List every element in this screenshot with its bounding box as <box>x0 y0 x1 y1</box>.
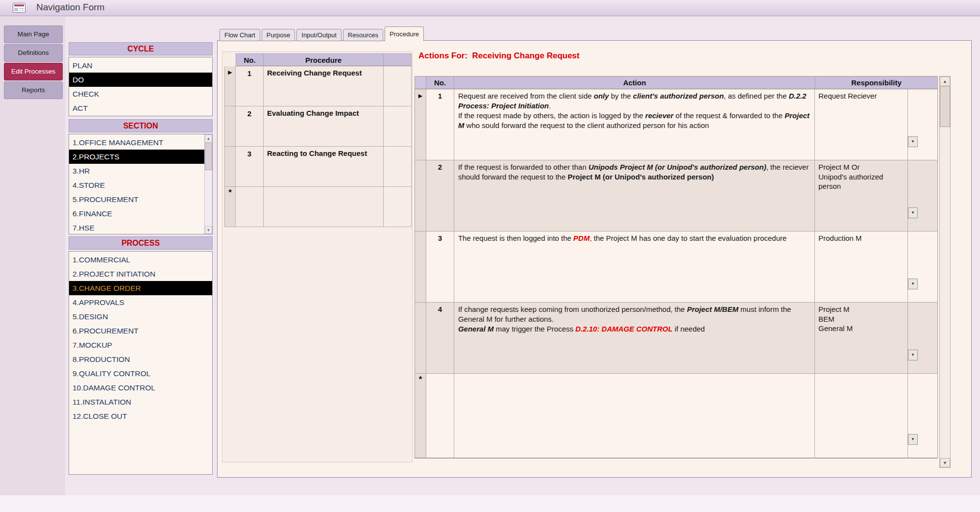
action-text-cell[interactable]: If the request is forwarded to other tha… <box>454 160 815 231</box>
action-row[interactable]: 2If the request is forwarded to other th… <box>415 160 937 231</box>
process-option-7-mockup[interactable]: 7.MOCKUP <box>69 338 212 352</box>
section-option-1-office-management[interactable]: 1.OFFICE MANAGEMENT <box>69 135 204 150</box>
left-nav: Main PageDefinitionsEdit ProcessesReport… <box>4 26 63 100</box>
new-record-selector[interactable]: * <box>224 187 236 227</box>
action-text-cell[interactable]: If change requests keep coming from unot… <box>454 303 815 374</box>
section-scrollbar[interactable]: ▲ ▼ <box>204 134 212 234</box>
cycle-option-check[interactable]: CHECK <box>69 87 212 101</box>
action-row[interactable]: *▼ <box>415 374 937 458</box>
action-text-segment: Project M (or Unipod's authorized person… <box>567 173 714 181</box>
tab-resources[interactable]: Resources <box>343 29 383 41</box>
procedure-tab-panel: No. Procedure ▶1Receiving Change Request… <box>217 40 972 478</box>
process-option-5-design[interactable]: 5.DESIGN <box>69 309 212 324</box>
record-selector[interactable] <box>415 231 426 303</box>
procedure-row[interactable]: * <box>224 187 412 227</box>
action-text-segment: . <box>549 102 551 110</box>
nav-button-definitions[interactable]: Definitions <box>4 44 63 62</box>
process-header: PROCESS <box>69 236 213 250</box>
responsibility-combo-column: ▼ <box>908 303 937 374</box>
cycle-header: CYCLE <box>69 42 213 55</box>
responsibility-dropdown-icon[interactable]: ▼ <box>908 350 918 360</box>
action-row[interactable]: 4If change requests keep coming from uno… <box>415 303 937 374</box>
responsibility-line: Unipod's authorized <box>818 173 883 181</box>
tab-purpose[interactable]: Purpose <box>262 29 295 41</box>
tab-bar: Flow ChartPurposeInput/OutputResourcesPr… <box>220 26 425 41</box>
cycle-option-plan[interactable]: PLAN <box>69 58 212 73</box>
section-header: SECTION <box>69 119 213 132</box>
process-option-2-project-initiation[interactable]: 2.PROJECT INITIATION <box>69 267 212 281</box>
record-selector[interactable] <box>415 303 426 374</box>
responsibility-dropdown-icon[interactable]: ▼ <box>908 136 918 147</box>
section-option-6-finance[interactable]: 6.FINANCE <box>69 206 204 221</box>
responsibility-cell[interactable]: Project MBEMGeneral M <box>815 303 908 374</box>
action-text-segment: Request are received from the client sid… <box>458 92 594 100</box>
action-text-segment: D.2.10: DAMAGE CONTROL <box>575 325 672 333</box>
section-option-2-projects[interactable]: 2.PROJECTS <box>69 150 204 164</box>
actions-rows: ▶1Request are received from the client s… <box>415 89 937 458</box>
responsibility-combo-column: ▼ <box>908 374 937 458</box>
responsibility-cell[interactable]: Production M <box>815 231 908 303</box>
process-option-9-quality-control[interactable]: 9.QUALITY CONTROL <box>69 366 212 381</box>
responsibility-cell[interactable]: Request Reciever <box>815 89 908 160</box>
procedure-row[interactable]: 3Reacting to Change Request <box>224 147 412 187</box>
record-selector[interactable] <box>415 160 426 231</box>
record-selector[interactable] <box>224 106 236 147</box>
actions-table: No. Action Responsibility ▶1Request are … <box>415 76 938 459</box>
record-selector[interactable]: ▶ <box>224 66 236 106</box>
scroll-up-icon[interactable]: ▲ <box>205 134 212 142</box>
procedure-row[interactable]: ▶1Receiving Change Request <box>224 66 412 106</box>
procedure-row[interactable]: 2Evaluating Change Impact <box>224 106 412 147</box>
nav-button-main-page[interactable]: Main Page <box>4 26 63 43</box>
section-scrollbar-thumb[interactable] <box>205 143 212 170</box>
tab-procedure[interactable]: Procedure <box>385 26 424 41</box>
actions-action-header: Action <box>454 77 815 89</box>
action-text-segment: may trigger the Process <box>493 325 575 333</box>
action-text-segment: client's authorized person <box>633 92 724 100</box>
action-row[interactable]: 3The request is then logged into the PDM… <box>415 231 937 303</box>
responsibility-cell[interactable] <box>815 374 908 458</box>
new-record-selector[interactable]: * <box>415 374 426 458</box>
scroll-up-icon[interactable]: ▲ <box>940 77 950 86</box>
section-option-3-hr[interactable]: 3.HR <box>69 164 204 178</box>
section-option-5-procurement[interactable]: 5.PROCUREMENT <box>69 192 204 206</box>
scroll-down-icon[interactable]: ▼ <box>205 226 212 234</box>
procedure-name-cell[interactable]: Receiving Change Request <box>264 66 384 106</box>
process-option-12-close-out[interactable]: 12.CLOSE OUT <box>69 409 212 423</box>
actions-scrollbar[interactable]: ▲ ▼ <box>939 76 951 468</box>
process-option-6-procurement[interactable]: 6.PROCUREMENT <box>69 324 212 338</box>
section-option-7-hse[interactable]: 7.HSE <box>69 221 204 235</box>
cycle-option-do[interactable]: DO <box>69 73 212 87</box>
responsibility-cell[interactable]: Project M OrUnipod's authorizedperson <box>815 160 908 231</box>
section-option-4-store[interactable]: 4.STORE <box>69 178 204 192</box>
process-option-11-instalation[interactable]: 11.INSTALATION <box>69 395 212 409</box>
responsibility-line: person <box>818 182 841 190</box>
action-text-cell[interactable]: The request is then logged into the PDM,… <box>454 231 815 303</box>
action-text-cell[interactable]: Request are received from the client sid… <box>454 89 815 160</box>
responsibility-dropdown-icon[interactable]: ▼ <box>908 207 918 218</box>
cycle-option-act[interactable]: ACT <box>69 101 212 115</box>
process-option-1-commercial[interactable]: 1.COMMERCIAL <box>69 253 212 267</box>
process-option-10-damage-control[interactable]: 10.DAMAGE CONTROL <box>69 381 212 395</box>
process-option-3-change-order[interactable]: 3.CHANGE ORDER <box>69 281 212 295</box>
action-text-segment: only <box>594 92 609 100</box>
responsibility-dropdown-icon[interactable]: ▼ <box>908 434 918 445</box>
tab-input-output[interactable]: Input/Output <box>296 29 342 41</box>
actions-scrollbar-thumb[interactable] <box>940 86 950 127</box>
procedure-name-cell[interactable] <box>264 187 384 227</box>
process-option-4-approvals[interactable]: 4.APPROVALS <box>69 295 212 309</box>
tab-flow-chart[interactable]: Flow Chart <box>220 29 260 41</box>
nav-button-reports[interactable]: Reports <box>4 81 63 99</box>
procedure-name-cell[interactable]: Reacting to Change Request <box>264 147 384 187</box>
action-row[interactable]: ▶1Request are received from the client s… <box>415 89 937 160</box>
action-text-segment: , the Project M has one day to start the… <box>589 234 786 242</box>
record-selector[interactable]: ▶ <box>415 89 426 160</box>
procedure-name-cell[interactable]: Evaluating Change Impact <box>264 106 384 147</box>
procedure-no-cell: 3 <box>236 147 264 187</box>
responsibility-dropdown-icon[interactable]: ▼ <box>908 279 918 289</box>
action-text-cell[interactable] <box>454 374 815 458</box>
record-selector[interactable] <box>224 147 236 187</box>
process-option-8-production[interactable]: 8.PRODUCTION <box>69 352 212 366</box>
nav-button-edit-processes[interactable]: Edit Processes <box>4 63 63 80</box>
scroll-down-icon[interactable]: ▼ <box>940 458 950 467</box>
procedure-header-filler <box>384 53 412 66</box>
